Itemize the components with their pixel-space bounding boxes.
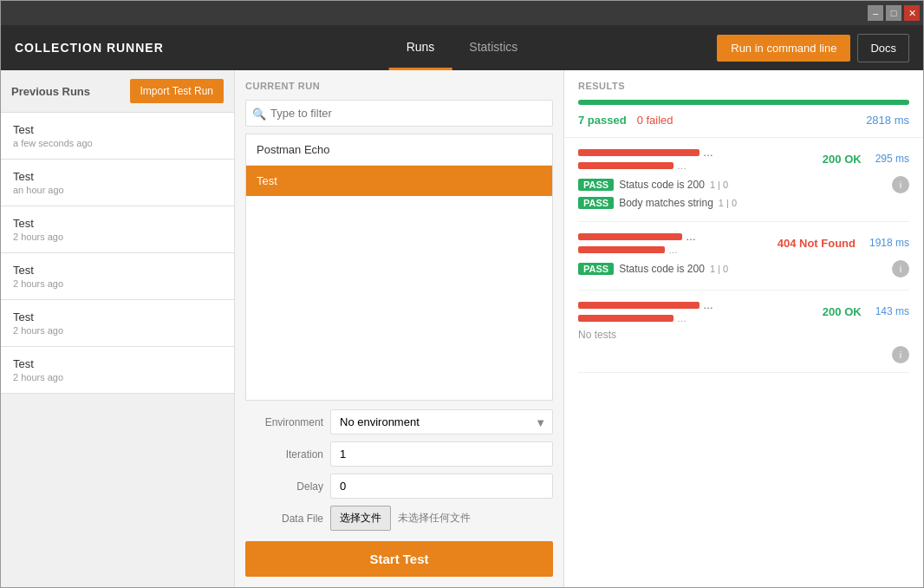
url-redact-line1	[578, 302, 700, 309]
result-url-row: … … 200 OK 143 ms	[578, 299, 909, 323]
content-panels: CURRENT RUN 🔍 Postman Echo Test Environm…	[235, 70, 923, 587]
test-counts: 1 | 0	[710, 180, 728, 190]
environment-row: Environment No environment ▼	[245, 409, 553, 434]
results-list: … … 200 OK 295 ms	[564, 138, 923, 587]
url-redact-line2	[578, 246, 665, 253]
url-redact-line2	[578, 315, 673, 322]
delay-row: Delay	[245, 474, 553, 499]
sidebar-header: Previous Runs Import Test Run	[1, 70, 234, 113]
docs-button[interactable]: Docs	[857, 34, 909, 62]
results-panel: RESULTS 7 passed 0 failed 2818 ms	[564, 70, 923, 587]
app-title: COLLECTION RUNNER	[15, 41, 164, 55]
result-status: 200 OK	[823, 305, 862, 318]
current-run-label: CURRENT RUN	[245, 81, 553, 91]
result-status: 200 OK	[823, 153, 862, 166]
tab-statistics[interactable]: Statistics	[452, 25, 535, 70]
header-tabs: Runs Statistics	[389, 25, 536, 70]
delay-input[interactable]	[330, 474, 553, 499]
results-summary: 7 passed 0 failed 2818 ms	[578, 114, 909, 127]
current-run-panel: CURRENT RUN 🔍 Postman Echo Test Environm…	[235, 70, 564, 587]
data-file-row: Data File 选择文件 未选择任何文件	[245, 506, 553, 531]
collection-header: Postman Echo	[246, 134, 552, 166]
sidebar: Previous Runs Import Test Run Test a few…	[1, 70, 235, 587]
run-config-form: Environment No environment ▼ Iteration	[245, 409, 553, 531]
result-time: 143 ms	[875, 305, 909, 317]
no-tests-text: No tests	[578, 329, 909, 341]
filter-input-wrap: 🔍	[245, 100, 553, 127]
progress-bar	[578, 100, 909, 105]
failed-count: 0 failed	[637, 114, 673, 127]
result-item: … … 200 OK 143 ms	[578, 291, 909, 373]
info-icon[interactable]: i	[892, 346, 909, 363]
maximize-button[interactable]: □	[886, 5, 901, 21]
test-line: PASS Status code is 200 1 | 0 i	[578, 176, 909, 193]
sidebar-run-item[interactable]: Test a few seconds ago	[1, 113, 234, 160]
close-button[interactable]: ✕	[904, 5, 920, 21]
collection-list: Postman Echo Test	[245, 134, 553, 401]
test-counts: 1 | 0	[719, 198, 737, 208]
filter-input[interactable]	[245, 100, 553, 127]
test-counts: 1 | 0	[710, 264, 728, 274]
test-line: PASS Body matches string 1 | 0	[578, 197, 909, 209]
environment-select-wrap: No environment ▼	[330, 409, 553, 434]
test-name: Status code is 200	[619, 263, 705, 275]
sidebar-list: Test a few seconds ago Test an hour ago …	[1, 113, 234, 587]
run-command-line-button[interactable]: Run in command line	[717, 35, 850, 62]
search-icon: 🔍	[252, 107, 266, 120]
iteration-input[interactable]	[330, 441, 553, 467]
file-picker-wrap: 选择文件 未选择任何文件	[330, 506, 471, 531]
progress-bar-fill	[578, 100, 909, 105]
test-line: PASS Status code is 200 1 | 0 i	[578, 260, 909, 278]
header-actions: Run in command line Docs	[717, 34, 909, 62]
titlebar: – □ ✕	[1, 1, 923, 25]
sidebar-run-item[interactable]: Test 2 hours ago	[1, 253, 234, 300]
test-name: Status code is 200	[619, 179, 705, 191]
no-file-text: 未选择任何文件	[398, 511, 471, 526]
passed-count: 7 passed	[578, 114, 627, 127]
app-header: COLLECTION RUNNER Runs Statistics Run in…	[1, 25, 923, 70]
environment-select[interactable]: No environment	[330, 409, 553, 434]
result-url-block: … …	[578, 231, 696, 255]
collection-item[interactable]: Test	[246, 166, 552, 196]
results-header: RESULTS 7 passed 0 failed 2818 ms	[564, 70, 923, 138]
previous-runs-button[interactable]: Previous Runs	[11, 85, 90, 98]
result-url-row: … … 200 OK 295 ms	[578, 147, 909, 171]
main-area: Previous Runs Import Test Run Test a few…	[1, 70, 923, 587]
pass-badge: PASS	[578, 263, 614, 275]
delay-label: Delay	[245, 480, 323, 493]
sidebar-run-item[interactable]: Test 2 hours ago	[1, 347, 234, 394]
result-url-block: … …	[578, 299, 713, 323]
url-redact-line1	[578, 149, 700, 156]
result-time: 295 ms	[875, 153, 909, 165]
choose-file-button[interactable]: 选择文件	[330, 506, 391, 531]
result-url-row: … … 404 Not Found 1918 ms	[578, 231, 909, 255]
result-time: 1918 ms	[869, 237, 909, 249]
url-redact-line1	[578, 233, 682, 240]
result-item: … … 404 Not Found 1918 ms	[578, 222, 909, 291]
start-test-button[interactable]: Start Test	[245, 541, 553, 577]
total-time: 2818 ms	[866, 114, 909, 127]
url-redact-line2	[578, 162, 673, 169]
results-label: RESULTS	[578, 81, 909, 91]
result-item: … … 200 OK 295 ms	[578, 138, 909, 222]
pass-badge: PASS	[578, 179, 614, 191]
data-file-label: Data File	[245, 513, 323, 525]
sidebar-run-item[interactable]: Test 2 hours ago	[1, 300, 234, 347]
iteration-row: Iteration	[245, 441, 553, 467]
result-status: 404 Not Found	[778, 237, 856, 250]
result-url-block: … …	[578, 147, 713, 171]
minimize-button[interactable]: –	[868, 5, 883, 21]
pass-badge: PASS	[578, 197, 614, 209]
test-name: Body matches string	[619, 197, 713, 209]
import-test-run-button[interactable]: Import Test Run	[130, 79, 224, 103]
environment-label: Environment	[245, 416, 323, 428]
sidebar-run-item[interactable]: Test an hour ago	[1, 160, 234, 206]
info-icon[interactable]: i	[892, 176, 909, 193]
tab-runs[interactable]: Runs	[389, 25, 452, 70]
iteration-label: Iteration	[245, 448, 323, 461]
info-icon[interactable]: i	[892, 260, 909, 278]
sidebar-run-item[interactable]: Test 2 hours ago	[1, 206, 234, 253]
app-window: – □ ✕ COLLECTION RUNNER Runs Statistics …	[0, 0, 924, 588]
